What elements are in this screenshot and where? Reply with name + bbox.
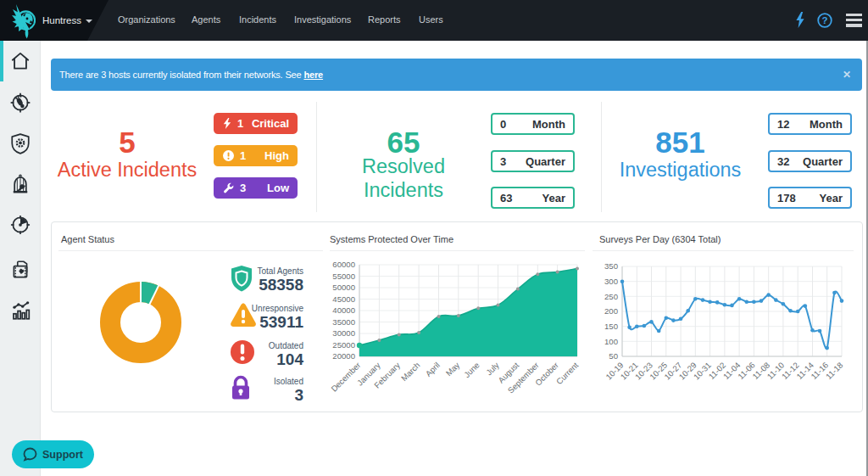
svg-text:11-18: 11-18: [824, 361, 845, 382]
svg-text:200: 200: [604, 306, 618, 316]
svg-text:350: 350: [604, 261, 618, 271]
svg-text:300: 300: [604, 277, 618, 286]
svg-text:250: 250: [604, 292, 618, 301]
svg-text:100: 100: [604, 337, 618, 346]
svg-text:50: 50: [609, 351, 618, 361]
svg-text:150: 150: [604, 322, 618, 331]
